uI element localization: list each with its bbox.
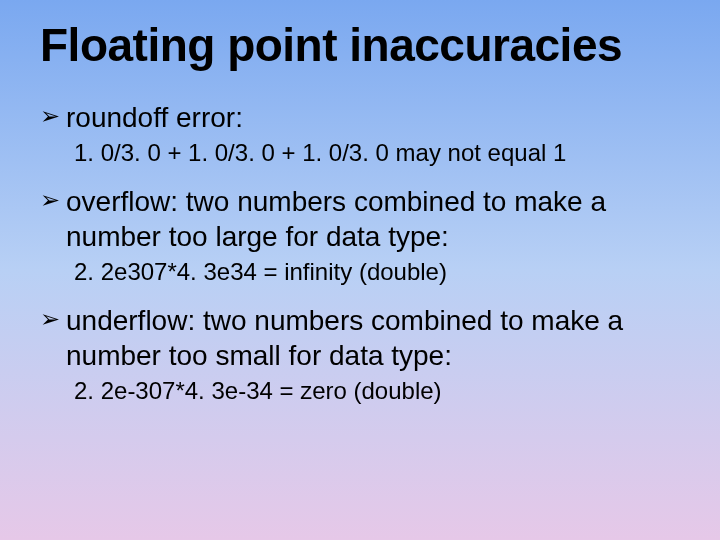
slide: Floating point inaccuracies ➢ roundoff e… bbox=[0, 0, 720, 540]
bullet-sub: 2. 2e-307*4. 3e-34 = zero (double) bbox=[74, 375, 680, 406]
bullet-overflow: ➢ overflow: two numbers combined to make… bbox=[40, 184, 680, 254]
bullet-arrow-icon: ➢ bbox=[40, 184, 60, 216]
bullet-roundoff: ➢ roundoff error: bbox=[40, 100, 680, 135]
bullet-label: overflow: two numbers combined to make a… bbox=[66, 184, 680, 254]
bullet-arrow-icon: ➢ bbox=[40, 100, 60, 132]
bullet-sub: 1. 0/3. 0 + 1. 0/3. 0 + 1. 0/3. 0 may no… bbox=[74, 137, 680, 168]
page-title: Floating point inaccuracies bbox=[40, 18, 680, 72]
bullet-sub: 2. 2e307*4. 3e34 = infinity (double) bbox=[74, 256, 680, 287]
bullet-label: underflow: two numbers combined to make … bbox=[66, 303, 680, 373]
bullet-underflow: ➢ underflow: two numbers combined to mak… bbox=[40, 303, 680, 373]
bullet-label: roundoff error: bbox=[66, 100, 680, 135]
bullet-arrow-icon: ➢ bbox=[40, 303, 60, 335]
